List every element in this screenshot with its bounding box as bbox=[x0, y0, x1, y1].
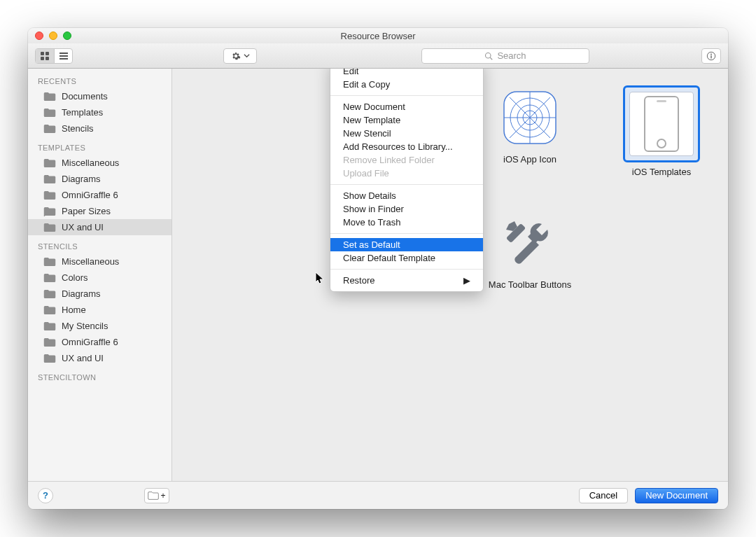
mouse-cursor bbox=[315, 272, 325, 286]
folder-icon bbox=[43, 223, 56, 232]
template-ios-app-icon[interactable]: iOS App Icon bbox=[470, 85, 589, 190]
sidebar-section-templates: TEMPLATES bbox=[28, 139, 172, 155]
sidebar-item-ux-and-ui-2[interactable]: UX and UI bbox=[28, 350, 172, 366]
zoom-window-button[interactable] bbox=[63, 32, 71, 40]
sidebar-item-miscellaneous[interactable]: Miscellaneous bbox=[28, 155, 172, 171]
close-window-button[interactable] bbox=[35, 32, 43, 40]
menu-separator bbox=[330, 95, 483, 96]
svg-point-7 bbox=[486, 53, 491, 58]
phone-icon bbox=[644, 96, 679, 152]
menu-new-template[interactable]: New Template bbox=[330, 113, 483, 127]
folder-icon bbox=[43, 92, 56, 102]
folder-icon bbox=[43, 305, 56, 315]
folder-icon bbox=[43, 289, 56, 299]
titlebar: Resource Browser bbox=[28, 28, 728, 43]
chevron-down-icon bbox=[244, 53, 250, 59]
folder-icon bbox=[43, 337, 56, 347]
sidebar-item-stencils[interactable]: Stencils bbox=[28, 120, 172, 137]
sidebar-item-colors[interactable]: Colors bbox=[28, 270, 172, 286]
sidebar-item-omnigraffle6-2[interactable]: OmniGraffle 6 bbox=[28, 334, 172, 350]
sidebar-item-omnigraffle6[interactable]: OmniGraffle 6 bbox=[28, 187, 172, 203]
sidebar-item-paper-sizes[interactable]: Paper Sizes bbox=[28, 203, 172, 219]
sidebar-item-documents[interactable]: Documents bbox=[28, 88, 172, 104]
menu-edit-a-copy[interactable]: Edit a Copy bbox=[330, 78, 483, 91]
minimize-window-button[interactable] bbox=[49, 32, 57, 40]
window-title: Resource Browser bbox=[35, 31, 721, 41]
menu-clear-default-template[interactable]: Clear Default Template bbox=[330, 251, 483, 265]
footer: ? + Cancel New Document bbox=[28, 481, 728, 509]
sidebar-item-home[interactable]: Home bbox=[28, 302, 172, 318]
new-document-button[interactable]: New Document bbox=[635, 488, 718, 503]
svg-rect-6 bbox=[59, 58, 68, 60]
sidebar-item-ux-and-ui[interactable]: UX and UI bbox=[28, 219, 172, 235]
resource-browser-window: Resource Browser Search RECENTS bbox=[28, 28, 728, 509]
linked-folder-icon bbox=[148, 491, 159, 500]
actions-menu-button[interactable] bbox=[223, 48, 257, 64]
sidebar-item-templates[interactable]: Templates bbox=[28, 104, 172, 120]
svg-rect-1 bbox=[46, 52, 49, 55]
sidebar-item-diagrams2[interactable]: Diagrams bbox=[28, 286, 172, 302]
menu-separator bbox=[330, 269, 483, 270]
sidebar-section-stenciltown: STENCILTOWN bbox=[28, 369, 172, 384]
svg-rect-5 bbox=[59, 55, 68, 57]
svg-rect-2 bbox=[41, 57, 44, 60]
search-placeholder: Search bbox=[497, 50, 526, 61]
list-view-button[interactable] bbox=[54, 49, 72, 63]
body: RECENTS Documents Templates Stencils TEM… bbox=[28, 69, 728, 481]
sidebar-item-diagrams[interactable]: Diagrams bbox=[28, 171, 172, 187]
menu-separator bbox=[330, 184, 483, 185]
sidebar-item-my-stencils[interactable]: My Stencils bbox=[28, 318, 172, 334]
folder-icon bbox=[43, 174, 56, 184]
menu-show-in-finder[interactable]: Show in Finder bbox=[330, 202, 483, 216]
info-button[interactable] bbox=[701, 48, 721, 64]
menu-upload-file: Upload File bbox=[330, 167, 483, 180]
template-ios-templates[interactable]: iOS Templates bbox=[602, 85, 721, 190]
folder-icon bbox=[43, 108, 56, 118]
info-icon bbox=[706, 51, 716, 61]
search-icon bbox=[484, 52, 493, 60]
gear-icon bbox=[231, 51, 241, 61]
folder-icon bbox=[43, 354, 56, 363]
content-area: Edit Edit a Copy New Document New Templa… bbox=[172, 69, 728, 481]
grid-view-button[interactable] bbox=[36, 49, 54, 63]
grid-icon bbox=[40, 51, 50, 61]
menu-new-stencil[interactable]: New Stencil bbox=[330, 127, 483, 140]
menu-new-document[interactable]: New Document bbox=[330, 100, 483, 113]
add-linked-folder-button[interactable]: + bbox=[144, 488, 169, 503]
folder-icon bbox=[43, 273, 56, 283]
sidebar: RECENTS Documents Templates Stencils TEM… bbox=[28, 69, 172, 481]
toolbar: Search bbox=[28, 43, 728, 69]
folder-icon bbox=[43, 190, 56, 200]
ios-app-icon-preview bbox=[501, 89, 559, 146]
menu-remove-linked-folder: Remove Linked Folder bbox=[330, 153, 483, 167]
actions-menu: Edit Edit a Copy New Document New Templa… bbox=[330, 69, 484, 292]
menu-add-resources[interactable]: Add Resources to Library... bbox=[330, 140, 483, 153]
tools-icon bbox=[501, 214, 559, 272]
folder-icon bbox=[43, 257, 56, 267]
folder-icon bbox=[43, 321, 56, 331]
menu-edit[interactable]: Edit bbox=[330, 69, 483, 78]
cancel-button[interactable]: Cancel bbox=[579, 488, 628, 503]
search-field[interactable]: Search bbox=[421, 48, 589, 64]
sidebar-section-stencils: STENCILS bbox=[28, 238, 172, 253]
svg-rect-4 bbox=[59, 53, 68, 54]
svg-rect-0 bbox=[41, 52, 44, 55]
help-button[interactable]: ? bbox=[38, 488, 53, 503]
menu-set-as-default[interactable]: Set as Default bbox=[330, 238, 483, 251]
svg-point-10 bbox=[710, 53, 712, 55]
menu-show-details[interactable]: Show Details bbox=[330, 189, 483, 202]
template-mac-toolbar-buttons[interactable]: Mac Toolbar Buttons bbox=[470, 211, 589, 290]
folder-icon bbox=[43, 124, 56, 134]
list-icon bbox=[59, 51, 69, 61]
window-controls bbox=[35, 32, 71, 40]
sidebar-item-miscellaneous2[interactable]: Miscellaneous bbox=[28, 253, 172, 270]
sidebar-section-recents: RECENTS bbox=[28, 73, 172, 88]
menu-restore[interactable]: Restore ▶ bbox=[330, 274, 483, 287]
folder-icon bbox=[43, 158, 56, 168]
view-mode-toggle bbox=[35, 48, 73, 64]
menu-move-to-trash[interactable]: Move to Trash bbox=[330, 216, 483, 229]
folder-icon bbox=[43, 207, 56, 216]
menu-separator bbox=[330, 233, 483, 234]
submenu-arrow-icon: ▶ bbox=[463, 275, 470, 286]
svg-rect-3 bbox=[46, 57, 49, 60]
